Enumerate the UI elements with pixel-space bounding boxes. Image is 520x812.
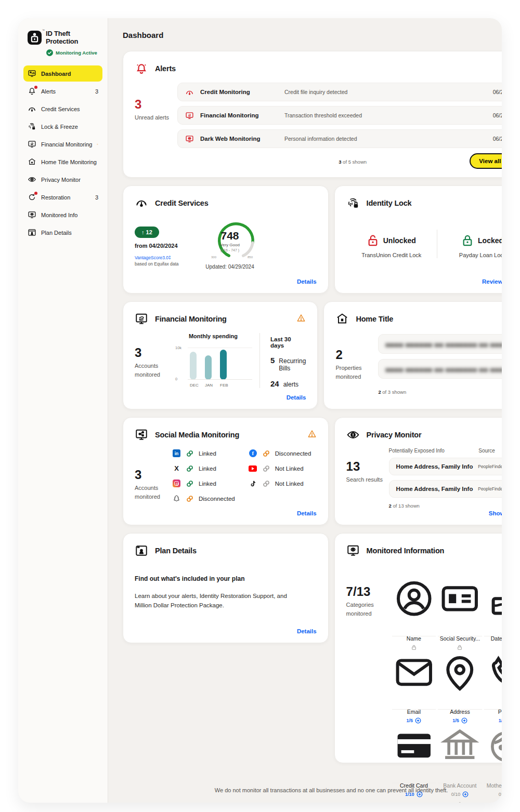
monitored-categories-grid: Name Social Security... Date of Birth bbox=[392, 563, 502, 803]
map-pin-icon bbox=[438, 697, 482, 705]
category-name[interactable]: Name bbox=[392, 563, 436, 636]
link-icon bbox=[263, 480, 270, 487]
social-row-tiktok[interactable]: Not Linked bbox=[249, 479, 311, 488]
alert-description: Personal information detected bbox=[284, 136, 487, 142]
alerts-count: 24 bbox=[270, 379, 279, 388]
alert-row-dark-web-monitoring[interactable]: Dark Web Monitoring Personal information… bbox=[177, 129, 502, 148]
alert-row-credit-monitoring[interactable]: Credit Monitoring Credit file inquiry de… bbox=[177, 83, 502, 101]
dashboard-icon bbox=[28, 69, 36, 78]
x-icon: X bbox=[172, 464, 181, 473]
category-email[interactable]: Email 1/5 bbox=[392, 636, 436, 710]
sidebar-item-privacy-monitor[interactable]: Privacy Monitor bbox=[23, 171, 102, 188]
category-social-security[interactable]: Social Security... bbox=[438, 563, 482, 636]
sidebar-item-monitored-info[interactable]: Monitored Info bbox=[23, 207, 102, 223]
main-content: Dashboard Alerts 3 Unread alerts Credit … bbox=[108, 18, 502, 803]
credit-services-title: Credit Services bbox=[155, 199, 209, 207]
sidebar-item-dashboard[interactable]: Dashboard bbox=[23, 65, 102, 82]
show-results-link[interactable]: Show Results bbox=[489, 510, 502, 516]
financial-details-link[interactable]: Details bbox=[287, 394, 306, 401]
sidebar-item-lock-freeze[interactable]: Lock & Freeze bbox=[23, 118, 102, 135]
social-row-x[interactable]: X Linked bbox=[172, 464, 235, 473]
link-icon bbox=[186, 480, 193, 487]
linkedin-icon: in bbox=[172, 449, 181, 458]
plan-details-card: Plan Details Find out what's included in… bbox=[123, 533, 329, 643]
social-row-instagram[interactable]: Linked bbox=[172, 479, 235, 488]
review-all-locks-link[interactable]: Review all locks bbox=[482, 278, 502, 285]
transunion-lock-section[interactable]: Unlocked TransUnion Credit Lock bbox=[346, 230, 437, 258]
envelope-icon bbox=[392, 697, 436, 705]
privacy-result-row[interactable]: Home Address, Family Info PeopleFinders.… bbox=[389, 480, 502, 498]
property-row[interactable]: ▅▅▅▅ ▅▅▅▅▅▅ ▅▅ ▅▅▅▅▅▅▅ ▅▅ ▅▅▅▅▅ bbox=[378, 334, 502, 354]
warning-icon bbox=[307, 429, 317, 438]
sidebar-item-restoration[interactable]: Restoration 3 bbox=[23, 189, 102, 205]
warning-icon bbox=[296, 313, 306, 323]
social-row-facebook[interactable]: f Disconnected bbox=[249, 449, 311, 458]
credit-score-rating: Very Good bbox=[205, 243, 255, 247]
category-phone[interactable]: Phone 1/5 bbox=[484, 636, 502, 710]
face-icon bbox=[484, 770, 502, 779]
vantagescore-link[interactable]: VantageScore3.0‡ bbox=[135, 255, 205, 260]
refresh-icon bbox=[28, 193, 36, 202]
sidebar-item-credit-services[interactable]: Credit Services bbox=[23, 101, 102, 117]
search-results-count: 13 bbox=[346, 459, 389, 474]
accounts-monitored-label: Accounts monitored bbox=[135, 362, 172, 379]
monitored-information-card: Monitored Information 7/13 Categories mo… bbox=[334, 533, 502, 763]
credit-score-range: (716 - 747 ) bbox=[205, 248, 255, 252]
alerts-label: alerts bbox=[283, 381, 298, 388]
lock-status: Unlocked bbox=[383, 236, 416, 245]
social-row-linkedin[interactable]: in Linked bbox=[172, 449, 235, 458]
sidebar-item-plan-details[interactable]: Plan Details bbox=[23, 224, 102, 241]
credit-details-link[interactable]: Details bbox=[297, 278, 317, 285]
social-row-youtube[interactable]: Not Linked bbox=[249, 464, 311, 473]
alert-title: Financial Monitoring bbox=[200, 112, 278, 118]
bar-feb bbox=[220, 350, 227, 380]
monitor-money-icon bbox=[28, 140, 36, 149]
brand-lock-icon: ™ bbox=[28, 31, 42, 45]
category-insurance[interactable]: Insurance 0/10 bbox=[438, 783, 482, 803]
social-details-link[interactable]: Details bbox=[297, 510, 317, 516]
category-mothers-maiden[interactable]: Mother's Maid... 0/1 bbox=[484, 710, 502, 783]
phone-icon bbox=[484, 697, 502, 705]
alerts-title: Alerts bbox=[155, 64, 176, 73]
social-row-snapchat[interactable]: Disconnected bbox=[172, 494, 235, 503]
privacy-result-row[interactable]: Home Address, Family Info PeopleFinders.… bbox=[389, 458, 502, 475]
sidebar-item-alerts[interactable]: Alerts 3 bbox=[23, 83, 102, 99]
alert-title: Credit Monitoring bbox=[200, 89, 278, 95]
financial-monitoring-title: Financial Monitoring bbox=[155, 315, 227, 323]
alert-row-financial-monitoring[interactable]: Financial Monitoring Transaction thresho… bbox=[177, 106, 502, 125]
plan-details-title: Plan Details bbox=[155, 547, 197, 555]
credit-score-value: 748 bbox=[205, 230, 255, 242]
category-gamer-tag[interactable]: Gamer Tag 0/10 bbox=[484, 783, 502, 803]
monitor-eye-icon bbox=[185, 135, 194, 143]
recurring-bills-count: 5 bbox=[270, 356, 275, 365]
score-from-date: from 04/20/2024 bbox=[135, 243, 205, 249]
category-credit-card[interactable]: Credit Card 1/10 bbox=[392, 710, 436, 783]
sidebar-item-financial-monitoring[interactable]: Financial Monitoring bbox=[23, 136, 102, 152]
category-bank-account[interactable]: Bank Account 0/10 bbox=[438, 710, 482, 783]
trademark: ™ bbox=[42, 29, 45, 32]
monitor-share-icon bbox=[135, 428, 148, 442]
monitor-money-icon bbox=[135, 312, 148, 326]
page-title: Dashboard bbox=[123, 31, 502, 39]
alerts-shown-count: 3 of 5 shown bbox=[177, 159, 502, 165]
window-person-icon bbox=[28, 228, 36, 237]
sidebar-item-home-title-monitoring[interactable]: Home Title Monitoring bbox=[23, 154, 102, 170]
category-address[interactable]: Address 1/5 bbox=[438, 636, 482, 710]
x-tick: JAN bbox=[205, 383, 212, 388]
social-status: Disconnected bbox=[199, 496, 235, 502]
sidebar-item-label: Plan Details bbox=[41, 230, 98, 236]
category-date-of-birth[interactable]: Date of Birth bbox=[484, 563, 502, 636]
unread-alerts-label: Unread alerts bbox=[135, 113, 177, 122]
category-drivers-license[interactable]: Driver's License 0/1 bbox=[392, 783, 436, 803]
sidebar-item-label: Financial Monitoring bbox=[41, 141, 92, 148]
plan-details-link[interactable]: Details bbox=[297, 628, 317, 634]
bell-icon bbox=[28, 87, 36, 96]
property-address-redacted: ▅▅▅▅ ▅▅▅▅▅▅ ▅▅ ▅▅▅▅▅▅▅ ▅▅ ▅▅▅▅▅ bbox=[385, 366, 502, 372]
score-delta-badge: ↑ 12 bbox=[135, 227, 159, 238]
view-all-alerts-button[interactable]: View all alerts bbox=[470, 153, 502, 169]
window-person-lock-icon bbox=[135, 544, 148, 557]
payday-lock-section[interactable]: Locked Payday Loan Lock bbox=[437, 230, 502, 258]
property-row[interactable]: ▅▅▅▅ ▅▅▅▅▅▅ ▅▅ ▅▅▅▅▅▅▅ ▅▅ ▅▅▅▅▅ bbox=[378, 359, 502, 379]
social-status: Linked bbox=[199, 450, 216, 457]
recurring-bills-label: Recurring Bills bbox=[279, 357, 306, 372]
